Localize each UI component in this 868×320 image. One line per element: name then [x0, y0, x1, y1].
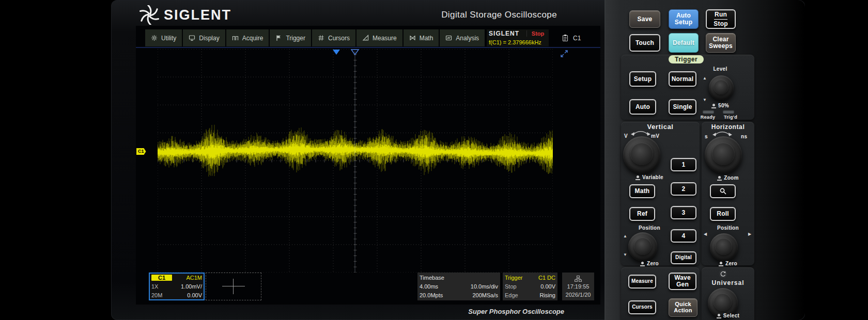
channel-name-chip: C1 — [151, 275, 172, 281]
gear-icon — [151, 35, 158, 41]
menu-cursors[interactable]: Cursors — [312, 29, 355, 46]
trigger-source-coupling: C1 DC — [538, 275, 555, 281]
acquire-icon — [232, 35, 239, 41]
roll-button[interactable]: Roll — [710, 207, 736, 221]
oscilloscope: SIGLENT Digital Storage Oscilloscope Sup… — [0, 0, 868, 320]
push-knob-icon — [711, 103, 716, 108]
vertical-section-label: Vertical — [621, 123, 700, 131]
measure-button[interactable]: Measure — [628, 275, 656, 289]
active-channel-label: C1 — [573, 35, 581, 42]
active-channel-indicator[interactable]: C1 — [558, 29, 585, 46]
magnifier-icon — [719, 187, 727, 195]
save-button[interactable]: Save — [629, 10, 660, 28]
wave-gen-button[interactable]: WaveGen — [669, 273, 696, 290]
menu-math[interactable]: Math — [404, 29, 439, 46]
channel-probe: 1X — [151, 283, 158, 290]
trigger-section-label: Trigger — [669, 55, 704, 63]
quick-action-button[interactable]: QuickAction — [669, 298, 698, 317]
search-button[interactable] — [710, 184, 736, 198]
push-knob-icon — [719, 261, 723, 266]
channel-offset: 0.00V — [187, 292, 202, 298]
clear-sweeps-button[interactable]: ClearSweeps — [706, 33, 736, 53]
ref-button[interactable]: Ref — [629, 207, 655, 221]
horizontal-section-label: Horizontal — [702, 123, 754, 131]
default-button[interactable]: Default — [669, 33, 699, 53]
siglent-swirl-icon — [140, 5, 159, 25]
arrow-right-icon: ▶ — [748, 232, 751, 236]
clipboard-icon — [562, 34, 568, 42]
trigger-status-box[interactable]: Trigger C1 DC Stop0.00V EdgeRising — [503, 273, 557, 300]
display-icon — [189, 35, 195, 41]
range-arrow-icon — [629, 130, 652, 136]
menu-label: Math — [420, 35, 433, 42]
horizontal-zero-row: Zero — [702, 261, 754, 266]
arrow-down-icon: ▼ — [703, 98, 707, 102]
channel-2-button[interactable]: 2 — [671, 182, 696, 196]
clock-time: 17:19:55 — [567, 283, 590, 290]
timebase-box[interactable]: Timebase 4.00ms10.0ms/div 20.0Mpts200MSa… — [417, 273, 500, 300]
ready-led — [703, 110, 714, 114]
trigger-normal-button[interactable]: Normal — [669, 71, 696, 87]
push-knob-icon — [636, 175, 640, 180]
measure-icon — [362, 35, 369, 41]
rotate-icon — [719, 269, 727, 278]
menu-utility[interactable]: Utility — [145, 29, 182, 46]
menu-analysis[interactable]: Analysis — [440, 29, 485, 46]
push-knob-icon — [640, 261, 645, 266]
trigd-led — [723, 110, 734, 114]
arrow-up-icon: ▲ — [703, 76, 707, 81]
timebase-points: 20.0Mpts — [420, 292, 443, 298]
trigger-setup-button[interactable]: Setup — [629, 71, 656, 87]
flag-icon — [275, 35, 282, 41]
panel-seam — [605, 0, 606, 320]
select-label: Select — [723, 313, 739, 318]
channel-1-button[interactable]: 1 — [671, 158, 696, 171]
run-stop-button[interactable]: RunStop — [706, 9, 736, 29]
push-knob-icon — [717, 313, 721, 318]
vertical-scale-knob[interactable] — [623, 136, 660, 173]
fifty-percent-row: 50% — [706, 103, 735, 108]
waveform-display[interactable] — [158, 49, 553, 273]
menu-measure[interactable]: Measure — [357, 29, 402, 46]
ready-label: Ready — [698, 115, 718, 120]
digital-button[interactable]: Digital — [671, 251, 696, 264]
timebase-scale: 10.0ms/div — [471, 283, 498, 290]
menu-display[interactable]: Display — [183, 29, 225, 46]
vertical-zero-label: Zero — [647, 261, 659, 266]
horizontal-position-knob[interactable] — [710, 233, 738, 261]
horizontal-scale-knob[interactable] — [705, 136, 742, 173]
empty-channel-slot[interactable] — [206, 273, 261, 300]
trigger-auto-button[interactable]: Auto — [629, 99, 656, 115]
channel-3-button[interactable]: 3 — [671, 206, 696, 219]
brand-logo: SIGLENT — [140, 5, 231, 25]
menu-bar: Utility Display Acquire Trigger Cursors … — [145, 29, 585, 46]
vertical-position-knob[interactable] — [628, 232, 657, 261]
menu-acquire[interactable]: Acquire — [226, 29, 269, 46]
channel-scale: 1.00mV/ — [181, 283, 202, 290]
level-label: Level — [706, 66, 735, 72]
math-button[interactable]: Math — [629, 184, 655, 198]
timebase-delay: 4.00ms — [420, 283, 438, 290]
menu-label: Measure — [373, 35, 397, 42]
trigger-title: Trigger — [505, 275, 522, 281]
menu-label: Display — [199, 35, 219, 42]
touch-button[interactable]: Touch — [629, 34, 660, 52]
expand-icon[interactable] — [560, 50, 568, 60]
scope-title: Digital Storage Oscilloscope — [424, 10, 557, 20]
trigger-type: Edge — [505, 292, 518, 298]
cursors-button[interactable]: Cursors — [628, 300, 656, 314]
zoom-label: Zoom — [724, 175, 738, 181]
push-knob-icon — [717, 175, 722, 181]
trigger-level: 0.00V — [540, 283, 555, 290]
horizontal-zero-label: Zero — [725, 261, 737, 266]
channel-4-button[interactable]: 4 — [671, 229, 696, 243]
menu-label: Acquire — [242, 35, 264, 42]
trigger-level-knob[interactable] — [709, 75, 734, 100]
auto-setup-button[interactable]: AutoSetup — [669, 9, 699, 29]
variable-label: Variable — [642, 174, 663, 180]
menu-trigger[interactable]: Trigger — [270, 29, 311, 46]
timebase-samplerate: 200MSa/s — [472, 292, 498, 298]
channel-descriptor-box[interactable]: C1AC1M 1X1.00mV/ 20M0.00V — [149, 273, 205, 300]
trigger-delay-marker[interactable] — [333, 50, 340, 55]
trigger-single-button[interactable]: Single — [669, 99, 696, 115]
